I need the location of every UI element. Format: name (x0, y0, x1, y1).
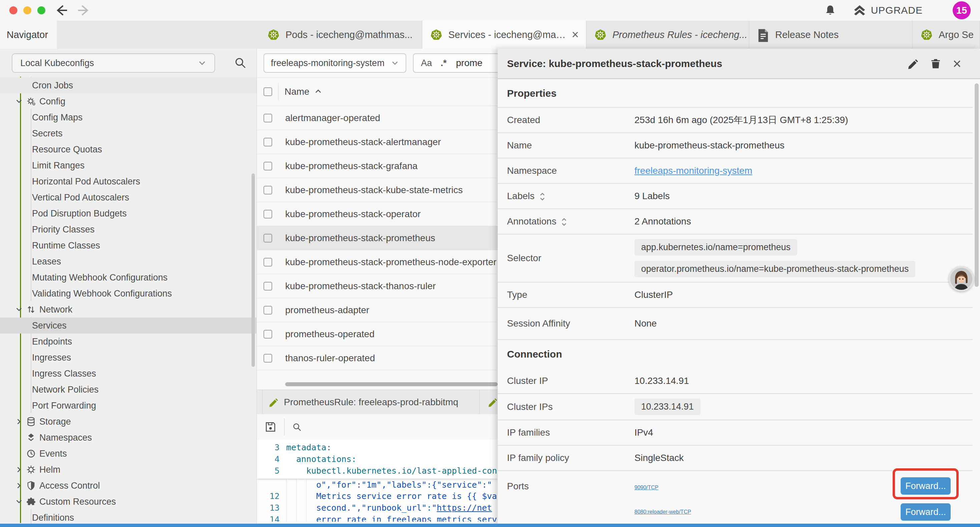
table-row[interactable]: kube-prometheus-stack-prometheus-node-ex… (257, 250, 498, 274)
sort-ascending-icon[interactable] (314, 88, 322, 96)
row-checkbox[interactable] (264, 186, 272, 194)
resource-search-input[interactable] (455, 57, 493, 69)
row-checkbox[interactable] (264, 330, 272, 339)
table-row[interactable]: thanos-ruler-operated (257, 346, 498, 370)
delete-trash-icon[interactable] (930, 58, 941, 69)
window-close-button[interactable] (10, 6, 18, 14)
sidebar-item-network-policies[interactable]: Network Policies (0, 382, 256, 398)
row-checkbox[interactable] (264, 114, 272, 123)
dock-tab-prometheusrule[interactable]: PrometheusRule: freeleaps-prod-rabbitmq (262, 390, 480, 414)
sidebar-item-cron-jobs[interactable]: Cron Jobs (0, 77, 256, 93)
close-icon[interactable]: × (953, 56, 961, 71)
forward-button[interactable] (77, 4, 90, 17)
sidebar-item-label: Helm (39, 465, 60, 475)
detail-label-text: Annotations (507, 216, 556, 227)
detail-row-labels: Labels9 Labels (498, 184, 973, 209)
row-checkbox[interactable] (264, 138, 272, 146)
notifications-bell-icon[interactable] (824, 4, 836, 16)
edit-pencil-icon[interactable] (907, 58, 919, 69)
sidebar-item-priority-classes[interactable]: Priority Classes (0, 221, 256, 237)
detail-row-ip-family-policy: IP family policySingleStack (498, 446, 973, 471)
namespace-link[interactable]: freeleaps-monitoring-system (635, 166, 752, 176)
match-case-toggle[interactable]: Aa (421, 58, 432, 68)
sidebar-item-definitions[interactable]: Definitions (0, 509, 256, 522)
tab-label: Argo Se (939, 29, 974, 40)
row-checkbox[interactable] (264, 234, 272, 242)
notifications-count-badge[interactable]: 15 (953, 2, 970, 19)
port-link[interactable]: 8080:reloader-web/TCP (635, 509, 691, 515)
back-button[interactable] (55, 4, 68, 17)
sidebar-item-limit-ranges[interactable]: Limit Ranges (0, 158, 256, 174)
sidebar-scrollbar[interactable] (251, 174, 255, 367)
sidebar-search-icon[interactable] (234, 56, 247, 69)
tab-argo-se[interactable]: Argo Se (913, 21, 980, 49)
sidebar-item-storage[interactable]: Storage (0, 414, 256, 430)
close-icon[interactable]: × (572, 29, 579, 41)
tab-pods-icecheng-mathmas[interactable]: Pods - icecheng@mathmas... (259, 21, 422, 49)
sidebar-item-network[interactable]: Network (0, 301, 256, 318)
sidebar-item-services[interactable]: Services (0, 318, 256, 334)
sidebar-item-custom-resources[interactable]: Custom Resources (0, 494, 256, 509)
sidebar-item-helm[interactable]: Helm (0, 462, 256, 478)
sidebar-item-runtime-classes[interactable]: Runtime Classes (0, 237, 256, 253)
regex-toggle[interactable]: .* (441, 58, 447, 68)
sidebar-item-config[interactable]: Config (0, 93, 256, 110)
detail-scrollbar[interactable] (975, 83, 978, 287)
table-row[interactable]: kube-prometheus-stack-grafana (257, 154, 498, 178)
sidebar-item-validating-webhook-configurations[interactable]: Validating Webhook Configurations (0, 285, 256, 301)
dock-tab-partial[interactable] (488, 390, 498, 414)
shield-icon (26, 481, 36, 490)
row-checkbox[interactable] (264, 306, 272, 315)
sidebar-item-pod-disruption-budgets[interactable]: Pod Disruption Budgets (0, 205, 256, 221)
table-row[interactable]: kube-prometheus-stack-alertmanager (257, 130, 498, 154)
sidebar-item-label: Port Forwarding (32, 401, 96, 411)
navigator-tab[interactable]: Navigator (0, 21, 57, 49)
user-avatar[interactable] (949, 266, 974, 291)
sidebar-item-ingress-classes[interactable]: Ingress Classes (0, 366, 256, 382)
row-checkbox[interactable] (264, 162, 272, 170)
sidebar-item-label: Runtime Classes (32, 240, 100, 251)
namespace-select[interactable]: freeleaps-monitoring-system (264, 53, 406, 73)
sidebar-item-events[interactable]: Events (0, 446, 256, 462)
sidebar-item-ingresses[interactable]: Ingresses (0, 350, 256, 366)
table-row[interactable]: kube-prometheus-stack-operator (257, 202, 498, 226)
table-row[interactable]: alertmanager-operated (257, 106, 498, 130)
sidebar-item-port-forwarding[interactable]: Port Forwarding (0, 398, 256, 414)
tab-release-notes[interactable]: Release Notes (749, 21, 913, 49)
name-column-header[interactable]: Name (285, 86, 310, 97)
window-minimize-button[interactable] (23, 6, 31, 14)
row-checkbox[interactable] (264, 210, 272, 218)
upgrade-button[interactable]: UPGRADE (853, 4, 923, 17)
tab-services-icecheng-math[interactable]: Services - icecheng@math...× (422, 21, 586, 49)
header-divider (278, 83, 278, 100)
table-row[interactable]: prometheus-operated (257, 322, 498, 346)
sidebar-item-access-control[interactable]: Access Control (0, 478, 256, 494)
sidebar-item-leases[interactable]: Leases (0, 253, 256, 269)
table-row[interactable]: prometheus-adapter (257, 298, 498, 322)
row-checkbox[interactable] (264, 354, 272, 363)
table-row[interactable]: kube-prometheus-stack-prometheus (257, 226, 498, 250)
sidebar-item-vertical-pod-autoscalers[interactable]: Vertical Pod Autoscalers (0, 189, 256, 205)
sidebar-item-endpoints[interactable]: Endpoints (0, 334, 256, 350)
horizontal-scrollbar[interactable] (285, 382, 498, 386)
sidebar-item-secrets[interactable]: Secrets (0, 126, 256, 142)
forward-button[interactable]: Forward... (900, 503, 951, 521)
sidebar-item-namespaces[interactable]: Namespaces (0, 430, 256, 446)
tab-prometheus-rules-icecheng[interactable]: Prometheus Rules - icecheng... (586, 21, 749, 49)
select-all-checkbox[interactable] (264, 88, 272, 96)
table-row[interactable]: kube-prometheus-stack-thanos-ruler (257, 274, 498, 298)
sidebar-item-horizontal-pod-autoscalers[interactable]: Horizontal Pod Autoscalers (0, 174, 256, 189)
port-link[interactable]: 9090/TCP (635, 485, 659, 490)
window-zoom-button[interactable] (37, 6, 45, 14)
sidebar-item-config-maps[interactable]: Config Maps (0, 110, 256, 126)
table-row[interactable]: kube-prometheus-stack-kube-state-metrics (257, 178, 498, 202)
sidebar-item-mutating-webhook-configurations[interactable]: Mutating Webhook Configurations (0, 269, 256, 285)
row-checkbox[interactable] (264, 258, 272, 266)
yaml-editor[interactable]: o","for":"1m","labels":{"service":"12Met… (257, 439, 498, 522)
row-checkbox[interactable] (264, 282, 272, 291)
editor-search-icon[interactable] (292, 422, 302, 432)
chevron-right-icon (15, 465, 23, 474)
sidebar-item-resource-quotas[interactable]: Resource Quotas (0, 142, 256, 158)
save-icon[interactable] (265, 421, 276, 433)
kubeconfig-select[interactable]: Local Kubeconfigs (12, 53, 215, 73)
